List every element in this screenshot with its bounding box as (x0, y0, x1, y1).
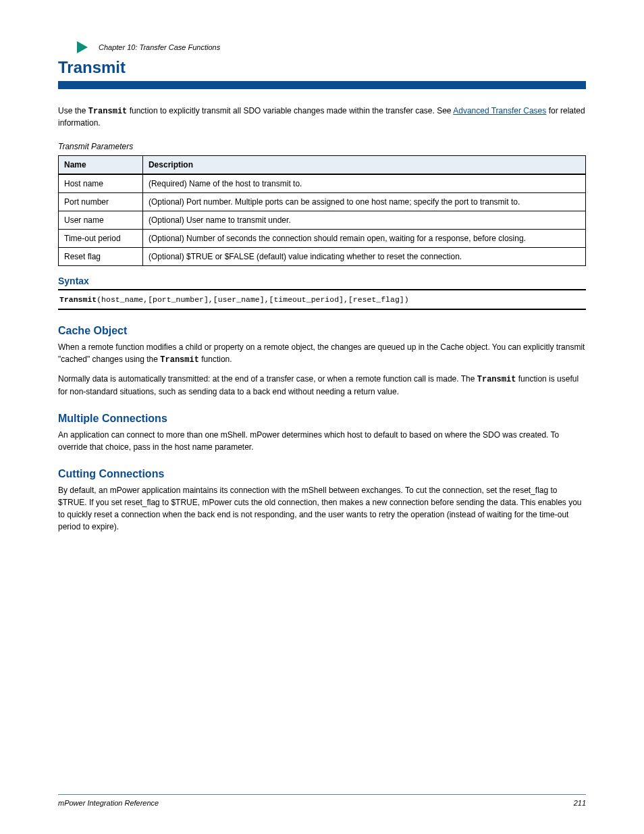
footer-page-number: 211 (574, 799, 586, 807)
body-paragraph: When a remote function modifies a child … (58, 341, 586, 366)
table-header-cell: Name (59, 155, 143, 174)
intro-text: Use the Transmit function to explicitly … (58, 105, 586, 130)
table-cell: Host name (59, 174, 143, 193)
title-underline-bar (58, 81, 586, 89)
chapter-label: Chapter 10: Transfer Case Functions (99, 43, 220, 51)
footer-left: mPower Integration Reference (58, 799, 159, 807)
table-cell: (Optional) Number of seconds the connect… (142, 229, 585, 247)
footer-rule (58, 794, 586, 795)
table-cell: (Optional) User name to transmit under. (142, 211, 585, 229)
table-cell: Port number (59, 192, 143, 211)
table-row: Time-out period(Optional) Number of seco… (59, 229, 586, 247)
table-cell: (Required) Name of the host to transmit … (142, 174, 585, 193)
table-row: Host name(Required) Name of the host to … (59, 174, 586, 193)
body-paragraph: Normally data is automatically transmitt… (58, 373, 586, 398)
table-cell: Time-out period (59, 229, 143, 247)
table-header-row: Name Description (59, 155, 586, 174)
body-paragraph: An application can connect to more than … (58, 429, 586, 453)
parameters-table: Name Description Host name(Required) Nam… (58, 155, 586, 266)
section-heading: Cache Object (58, 325, 586, 337)
section-heading: Multiple Connections (58, 413, 586, 425)
section-heading: Cutting Connections (58, 468, 586, 480)
table-caption: Transmit Parameters (58, 142, 586, 151)
play-icon (76, 41, 89, 54)
page-footer: mPower Integration Reference 211 (58, 794, 586, 807)
table-cell: (Optional) $TRUE or $FALSE (default) val… (142, 247, 585, 265)
table-row: User name(Optional) User name to transmi… (59, 211, 586, 229)
svg-marker-0 (77, 41, 88, 53)
table-cell: (Optional) Port number. Multiple ports c… (142, 192, 585, 211)
page-title: Transmit (58, 58, 586, 77)
syntax-code: Transmit(host_name,[port_number],[user_n… (58, 289, 586, 311)
syntax-heading: Syntax (58, 276, 586, 286)
table-row: Reset flag(Optional) $TRUE or $FALSE (de… (59, 247, 586, 265)
table-cell: Reset flag (59, 247, 143, 265)
table-header-cell: Description (142, 155, 585, 174)
table-row: Port number(Optional) Port number. Multi… (59, 192, 586, 211)
table-cell: User name (59, 211, 143, 229)
body-paragraph: By default, an mPower application mainta… (58, 484, 586, 533)
